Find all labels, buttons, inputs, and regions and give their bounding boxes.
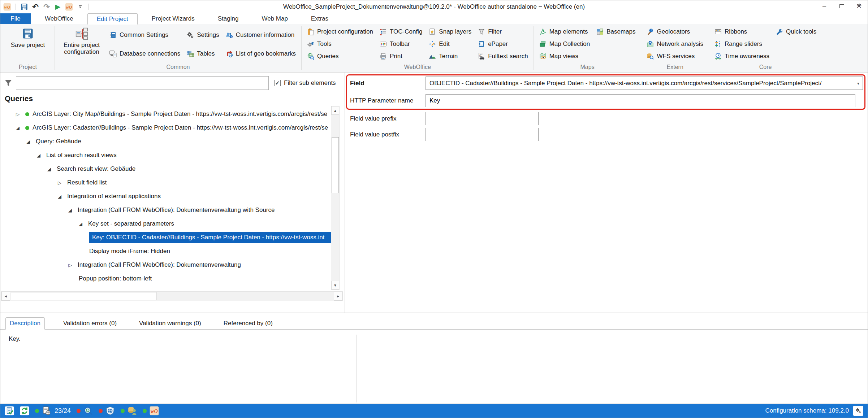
tab-web-map[interactable]: Web Map <box>252 13 297 24</box>
expanded-arrow-icon[interactable]: ◢ <box>79 221 88 227</box>
settings-button[interactable]: Settings <box>183 29 222 41</box>
redo-button[interactable]: ↷ <box>42 2 51 12</box>
minimize-button[interactable]: – <box>816 0 833 12</box>
tab-weboffice[interactable]: WebOffice <box>36 13 82 24</box>
filter-sub-elements-checkbox[interactable]: ✓ <box>274 80 281 86</box>
filter-input[interactable] <box>16 76 269 90</box>
scroll-right-button[interactable]: ► <box>334 292 342 301</box>
print-button[interactable]: Print <box>376 50 426 62</box>
bottom-tab-description[interactable]: Description <box>5 317 45 330</box>
text-input[interactable] <box>429 115 535 122</box>
horizontal-scroll-track[interactable] <box>10 292 334 301</box>
tree-item[interactable]: ◢List of search result views <box>0 148 331 162</box>
toolbar-button[interactable]: Toolbar <box>376 38 426 50</box>
geolocators-button[interactable]: Geolocators <box>643 26 707 38</box>
basemaps-button[interactable]: Basemaps <box>593 26 639 38</box>
bottom-tab-referenced-by-0[interactable]: Referenced by (0) <box>220 317 277 329</box>
http-parameter-name-input[interactable] <box>426 94 855 107</box>
open-weboffice-button[interactable]: wO <box>64 2 74 12</box>
bottom-tab-validation-errors-0[interactable]: Validation errors (0) <box>59 317 121 329</box>
expanded-arrow-icon[interactable]: ◢ <box>16 125 25 131</box>
ribbons-button[interactable]: Ribbons <box>711 26 773 38</box>
common-settings-button[interactable]: Common Settings <box>106 29 183 41</box>
tree-item[interactable]: ◢ArcGIS Layer: Cadaster//Buildings - Sam… <box>0 121 331 135</box>
bottom-tab-validation-warnings-0[interactable]: Validation warnings (0) <box>135 317 205 329</box>
field-value-postfix-input[interactable] <box>426 128 539 141</box>
search-service-status[interactable] <box>77 406 93 415</box>
project-check-status[interactable] <box>5 406 14 415</box>
tree-vertical-scrollbar[interactable]: ▲ ▼ <box>331 106 340 290</box>
text-input[interactable] <box>429 131 535 138</box>
filter-button[interactable]: Filter <box>475 26 531 38</box>
tree-item[interactable]: ◢Search result view: Gebäude <box>0 162 331 176</box>
database-service-status[interactable] <box>121 406 137 415</box>
tree-item[interactable]: ◢Query: Gebäude <box>0 135 331 148</box>
scroll-down-button[interactable]: ▼ <box>331 281 339 289</box>
maximize-button[interactable] <box>833 0 850 12</box>
field-value-prefix-input[interactable] <box>426 112 539 125</box>
collapsed-arrow-icon[interactable]: ▷ <box>16 112 25 117</box>
close-button[interactable]: ✕ <box>850 0 868 12</box>
tree-item[interactable]: Key: OBJECTID - Cadaster//Buildings - Sa… <box>0 231 331 244</box>
tab-project-wizards[interactable]: Project Wizards <box>143 13 204 24</box>
text-input[interactable] <box>429 97 851 104</box>
tree-item[interactable]: Popup position: bottom-left <box>0 272 331 286</box>
wfs-services-button[interactable]: WFS services <box>643 50 707 62</box>
tree-item[interactable]: ▷Result field list <box>0 176 331 190</box>
tree-item[interactable]: ◢Integration of external applications <box>0 190 331 203</box>
map-collection-button[interactable]: Map Collection <box>536 38 593 50</box>
tree-item[interactable]: ◢Integration (Call FROM WebOffice): Doku… <box>0 203 331 217</box>
tree-item[interactable]: ◢Key set - separated parameters <box>0 217 331 231</box>
map-views-button[interactable]: Map views <box>536 50 593 62</box>
save-project-button[interactable]: Save project <box>3 26 52 63</box>
fulltext-search-button[interactable]: AFulltext search <box>475 50 531 62</box>
scroll-up-button[interactable]: ▲ <box>331 106 339 115</box>
entire-project-configuration-button[interactable]: Entire project configuration <box>57 26 106 63</box>
tree-item[interactable]: ▷Integration (Call FROM WebOffice): Doku… <box>0 258 331 272</box>
network-analysis-button[interactable]: Network analysis <box>643 38 707 50</box>
customize-quick-access-button[interactable] <box>75 2 85 12</box>
sync-status[interactable] <box>20 406 29 415</box>
vertical-scroll-thumb[interactable] <box>332 137 339 193</box>
tools-button[interactable]: Tools <box>304 38 376 50</box>
toc-config-button[interactable]: TOC-Config <box>376 26 426 38</box>
epaper-button[interactable]: ePaper <box>475 38 531 50</box>
chevron-down-icon[interactable]: ▾ <box>857 81 859 86</box>
snap-layers-button[interactable]: Snap layers <box>426 26 475 38</box>
edit-button[interactable]: Edit <box>426 38 475 50</box>
collapsed-arrow-icon[interactable]: ▷ <box>68 262 78 268</box>
expanded-arrow-icon[interactable]: ◢ <box>47 166 57 172</box>
customer-information-button[interactable]: iCustomer information <box>223 29 299 41</box>
service-count-status[interactable]: 23/24 <box>35 406 71 415</box>
tab-edit-project[interactable]: Edit Project <box>87 13 138 25</box>
geo-bookmarks-button[interactable]: List of geo bookmarks <box>223 48 299 60</box>
schema-settings-button[interactable] <box>853 406 863 416</box>
queries-button[interactable]: Queries <box>304 50 376 62</box>
expanded-arrow-icon[interactable]: ◢ <box>37 153 46 158</box>
horizontal-scroll-thumb[interactable] <box>11 292 156 300</box>
undo-button[interactable]: ↶ <box>31 2 40 12</box>
scroll-left-button[interactable]: ◄ <box>1 292 10 301</box>
save-button[interactable] <box>20 2 29 12</box>
tree-item[interactable]: ▷ArcGIS Layer: City Map//Buildings - Sam… <box>0 107 331 121</box>
expanded-arrow-icon[interactable]: ◢ <box>68 208 78 213</box>
terrain-button[interactable]: Terrain <box>426 50 475 62</box>
tree-horizontal-scrollbar[interactable]: ◄ ► <box>1 291 343 301</box>
quick-tools-button[interactable]: Quick tools <box>773 26 820 38</box>
tree-item[interactable]: Display mode iFrame: Hidden <box>0 244 331 258</box>
map-elements-button[interactable]: Map elements <box>536 26 593 38</box>
collapsed-arrow-icon[interactable]: ▷ <box>58 180 67 186</box>
tables-button[interactable]: Tables <box>183 48 222 60</box>
expanded-arrow-icon[interactable]: ◢ <box>26 139 36 144</box>
time-awareness-button[interactable]: Time awareness <box>711 50 773 62</box>
expanded-arrow-icon[interactable]: ◢ <box>58 194 67 199</box>
tab-staging[interactable]: Staging <box>209 13 248 24</box>
project-configuration-button[interactable]: Project configuration <box>304 26 376 38</box>
geoservice-status[interactable] <box>99 406 115 415</box>
tab-extras[interactable]: Extras <box>302 13 337 24</box>
app-logo-button[interactable]: wO <box>3 2 12 12</box>
range-sliders-button[interactable]: Range sliders <box>711 38 773 50</box>
run-project-button[interactable]: ▶ <box>53 2 62 12</box>
database-connections-button[interactable]: Database connections <box>106 48 183 60</box>
tab-file[interactable]: File <box>0 13 31 24</box>
